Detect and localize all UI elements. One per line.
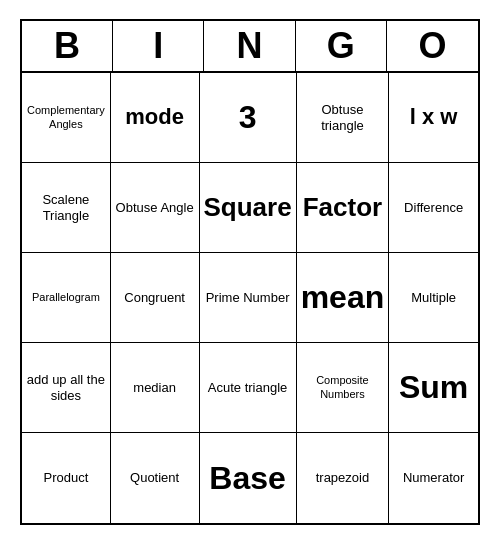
bingo-cell: Obtuse triangle — [297, 73, 390, 163]
bingo-cell: Base — [200, 433, 297, 523]
bingo-cell: Composite Numbers — [297, 343, 390, 433]
bingo-cell: Numerator — [389, 433, 478, 523]
bingo-cell: mode — [111, 73, 200, 163]
bingo-cell: Difference — [389, 163, 478, 253]
bingo-header: BINGO — [22, 21, 478, 73]
bingo-cell: mean — [297, 253, 390, 343]
bingo-cell: Sum — [389, 343, 478, 433]
bingo-cell: Product — [22, 433, 111, 523]
bingo-cell: Acute triangle — [200, 343, 297, 433]
bingo-cell: Congruent — [111, 253, 200, 343]
bingo-cell: median — [111, 343, 200, 433]
header-letter: G — [296, 21, 387, 71]
header-letter: I — [113, 21, 204, 71]
bingo-cell: Parallelogram — [22, 253, 111, 343]
header-letter: N — [204, 21, 295, 71]
bingo-cell: l x w — [389, 73, 478, 163]
bingo-cell: Factor — [297, 163, 390, 253]
bingo-cell: Complementary Angles — [22, 73, 111, 163]
bingo-cell: add up all the sides — [22, 343, 111, 433]
header-letter: O — [387, 21, 478, 71]
bingo-cell: trapezoid — [297, 433, 390, 523]
bingo-cell: Quotient — [111, 433, 200, 523]
header-letter: B — [22, 21, 113, 71]
bingo-cell: 3 — [200, 73, 297, 163]
bingo-cell: Scalene Triangle — [22, 163, 111, 253]
bingo-card: BINGO Complementary Anglesmode3Obtuse tr… — [20, 19, 480, 525]
bingo-cell: Prime Number — [200, 253, 297, 343]
bingo-cell: Obtuse Angle — [111, 163, 200, 253]
bingo-grid: Complementary Anglesmode3Obtuse triangle… — [22, 73, 478, 523]
bingo-cell: Square — [200, 163, 297, 253]
bingo-cell: Multiple — [389, 253, 478, 343]
